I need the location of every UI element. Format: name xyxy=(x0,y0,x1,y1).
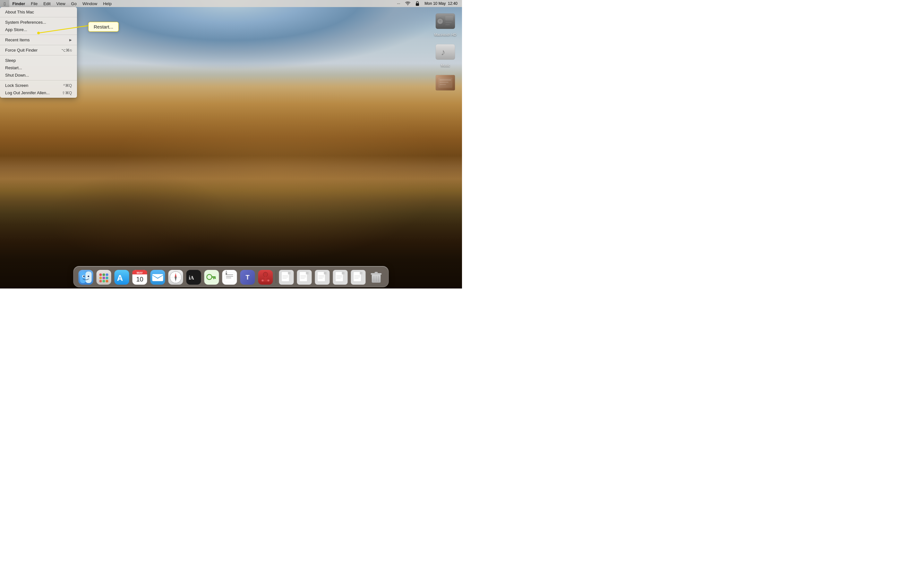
menu-restart[interactable]: Restart... xyxy=(0,64,77,71)
menubar-edit[interactable]: Edit xyxy=(40,0,53,7)
dock-launchpad[interactable] xyxy=(95,268,112,285)
svg-rect-7 xyxy=(445,22,452,23)
doc5-app-icon xyxy=(351,269,366,285)
unnamed-icon xyxy=(435,73,456,93)
svg-point-67 xyxy=(263,272,268,277)
ia-writer-app-icon: iA xyxy=(186,269,202,285)
teams-app-icon: T xyxy=(240,269,255,285)
menubar-lock[interactable] xyxy=(414,0,421,7)
desktop-icons: Macintosh HD ♪ Music xyxy=(433,10,458,95)
desktop-icon-unnamed[interactable] xyxy=(433,71,458,95)
dock-doc1[interactable] xyxy=(278,268,295,285)
svg-point-29 xyxy=(103,277,105,279)
menubar-view[interactable]: View xyxy=(53,0,68,7)
svg-point-27 xyxy=(106,274,108,276)
svg-point-5 xyxy=(439,20,441,23)
menu-app-store[interactable]: App Store... xyxy=(0,26,77,33)
svg-point-70 xyxy=(262,279,264,282)
joystick-app-icon xyxy=(258,269,273,285)
menubar-datetime[interactable]: Mon 10 May 12:40 xyxy=(423,0,459,7)
svg-rect-104 xyxy=(375,272,378,274)
svg-rect-13 xyxy=(439,79,451,81)
dock-textedit[interactable] xyxy=(221,268,238,285)
menubar-left:  Finder File Edit View Go Window Help xyxy=(0,0,115,7)
menubar-extensions[interactable]: ··· xyxy=(395,0,402,7)
menu-about-this-mac[interactable]: About This Mac xyxy=(0,8,77,16)
svg-text:iA: iA xyxy=(189,275,194,280)
dock-ia-writer[interactable]: iA xyxy=(186,268,202,285)
menu-system-preferences[interactable]: System Preferences... xyxy=(0,19,77,26)
apple-menu-button[interactable]:  xyxy=(0,0,9,7)
doc4-app-icon xyxy=(333,269,348,285)
menu-separator-5 xyxy=(0,80,77,81)
dock-trash[interactable] xyxy=(368,268,384,285)
menu-force-quit[interactable]: Force Quit Finder ⌥⌘⎋ xyxy=(0,47,77,54)
svg-point-33 xyxy=(106,280,108,282)
menu-lock-screen[interactable]: Lock Screen ^⌘Q xyxy=(0,82,77,89)
launchpad-app-icon xyxy=(96,269,111,285)
dock-doc2[interactable] xyxy=(296,268,313,285)
svg-point-22 xyxy=(83,276,85,277)
calendar-app-icon: MAY 10 xyxy=(132,269,148,285)
menubar-help[interactable]: Help xyxy=(100,0,115,7)
svg-text:♪: ♪ xyxy=(441,47,445,57)
svg-rect-8 xyxy=(445,24,450,25)
lock-screen-shortcut: ^⌘Q xyxy=(63,83,72,88)
dock-doc3[interactable] xyxy=(314,268,331,285)
svg-rect-14 xyxy=(439,82,449,83)
doc1-app-icon xyxy=(279,269,294,285)
menubar:  Finder File Edit View Go Window Help ·… xyxy=(0,0,462,7)
svg-point-71 xyxy=(268,279,270,282)
doc2-app-icon xyxy=(297,269,312,285)
dock-doc4[interactable] xyxy=(332,268,349,285)
menubar-window[interactable]: Window xyxy=(79,0,100,7)
dock-teams[interactable]: T xyxy=(239,268,256,285)
finder-app-icon xyxy=(78,269,94,285)
menu-sleep[interactable]: Sleep xyxy=(0,57,77,64)
textedit-app-icon xyxy=(222,269,237,285)
svg-rect-42 xyxy=(152,274,163,281)
dock-calendar[interactable]: MAY 10 xyxy=(132,268,148,285)
svg-point-25 xyxy=(99,274,102,276)
music-label: Music xyxy=(441,63,450,67)
dock-doc5[interactable] xyxy=(350,268,367,285)
svg-text:10: 10 xyxy=(136,276,143,283)
svg-rect-55 xyxy=(215,277,216,279)
svg-point-31 xyxy=(99,280,102,282)
svg-rect-92 xyxy=(342,272,344,274)
menubar-go[interactable]: Go xyxy=(68,0,79,7)
dock-appstore[interactable]: A xyxy=(113,268,130,285)
svg-point-26 xyxy=(103,274,105,276)
svg-text:MAY: MAY xyxy=(137,271,143,274)
svg-point-23 xyxy=(87,276,89,277)
dock-safari[interactable] xyxy=(168,268,184,285)
dock-joystick[interactable] xyxy=(257,268,274,285)
svg-text:A: A xyxy=(117,273,123,283)
dock-finder[interactable] xyxy=(78,268,94,285)
menu-recent-items[interactable]: Recent Items ▶ xyxy=(0,36,77,44)
menu-log-out[interactable]: Log Out Jennifer Allen... ⇧⌘Q xyxy=(0,89,77,97)
svg-rect-54 xyxy=(212,276,216,277)
svg-rect-0 xyxy=(416,3,419,6)
desktop-icon-music[interactable]: ♪ Music xyxy=(433,40,458,69)
macintosh-hd-label: Macintosh HD xyxy=(434,33,456,37)
force-quit-shortcut: ⌥⌘⎋ xyxy=(61,48,72,53)
desktop-icon-macintosh-hd[interactable]: Macintosh HD xyxy=(433,10,458,38)
dock-keepass[interactable] xyxy=(204,268,220,285)
keepass-app-icon xyxy=(204,269,220,285)
menubar-file[interactable]: File xyxy=(28,0,40,7)
menubar-wifi[interactable] xyxy=(403,0,412,7)
svg-point-28 xyxy=(99,277,102,279)
submenu-arrow-icon: ▶ xyxy=(69,38,72,42)
svg-rect-62 xyxy=(226,272,227,275)
dock-mail[interactable] xyxy=(150,268,166,285)
svg-rect-15 xyxy=(439,84,446,85)
appstore-app-icon: A xyxy=(114,269,129,285)
menubar-right: ··· Mon 10 May 12:40 xyxy=(395,0,462,7)
menu-shut-down[interactable]: Shut Down... xyxy=(0,71,77,79)
svg-text:T: T xyxy=(246,274,249,281)
menu-separator-4 xyxy=(0,55,77,55)
svg-rect-9 xyxy=(436,44,455,60)
svg-rect-56 xyxy=(213,277,214,279)
menubar-finder[interactable]: Finder xyxy=(9,0,28,7)
